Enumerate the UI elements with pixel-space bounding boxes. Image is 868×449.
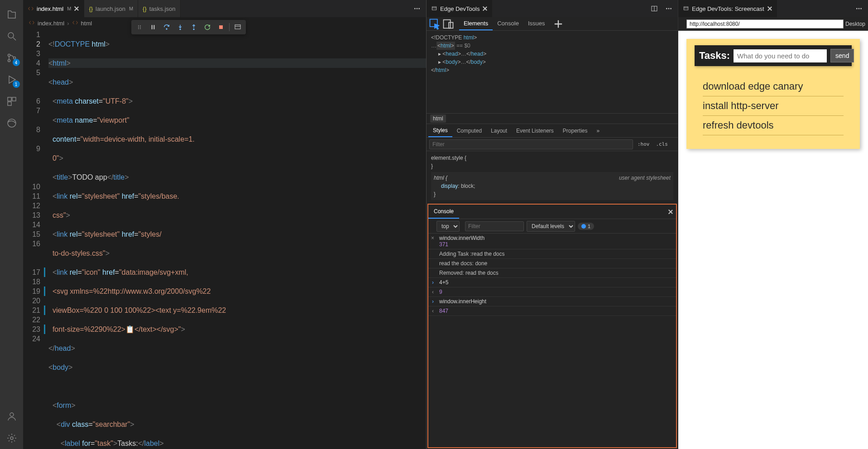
svg-rect-25	[235, 25, 240, 29]
line-gutter: 1 2 3 4 5 6 7 8 9 10 11 12 13 14 15 16 1…	[23, 29, 48, 449]
send-button[interactable]	[830, 49, 854, 62]
svg-point-0	[8, 33, 14, 38]
svg-rect-26	[432, 7, 436, 10]
task-item[interactable]: refresh devtools	[703, 116, 844, 135]
more-tabs-icon[interactable]: »	[592, 125, 604, 137]
svg-point-9	[10, 437, 13, 439]
svg-point-15	[138, 27, 139, 28]
inspect-element-icon[interactable]	[428, 19, 441, 29]
debug-badge: 1	[13, 81, 20, 88]
split-editor-icon[interactable]	[648, 2, 661, 15]
extensions-icon[interactable]	[1, 91, 23, 112]
tab-elements[interactable]: Elements	[459, 17, 493, 30]
svg-point-40	[856, 8, 857, 9]
tab-launch-json[interactable]: {} launch.json M	[84, 0, 138, 17]
svg-rect-24	[219, 25, 223, 29]
viewport-mode[interactable]: Desktop	[845, 21, 865, 27]
svg-rect-32	[444, 19, 451, 28]
plus-icon[interactable]	[552, 19, 565, 29]
svg-point-28	[666, 8, 667, 9]
screencast-viewport[interactable]: Tasks: download edge canary install http…	[678, 31, 868, 449]
devtools-tab[interactable]: Edge DevTools	[427, 0, 492, 17]
close-icon[interactable]	[767, 6, 772, 11]
issues-pill[interactable]: 1	[578, 223, 594, 230]
clear-entry-icon[interactable]: ×	[431, 235, 434, 241]
svg-point-29	[668, 8, 669, 9]
dom-tree[interactable]: <!DOCTYPE html> …<html> == $0 ▸ <head>…<…	[427, 31, 678, 113]
svg-point-11	[417, 8, 417, 9]
more-actions-icon[interactable]	[411, 2, 423, 15]
tab-index-html[interactable]: index.html M	[23, 0, 84, 17]
task-input[interactable]	[734, 49, 827, 62]
svg-point-7	[8, 119, 16, 127]
tasks-list: download edge canary install http-server…	[686, 74, 860, 138]
task-item[interactable]: download edge canary	[703, 77, 844, 96]
console-log[interactable]: ×window.innerWidth371 Adding Task :read …	[428, 234, 676, 447]
svg-point-42	[861, 8, 862, 9]
svg-rect-4	[8, 97, 11, 101]
styles-filter-row: :hov .cls	[427, 138, 678, 151]
device-toolbar-icon[interactable]	[442, 19, 455, 29]
styles-filter-input[interactable]	[429, 139, 633, 149]
svg-point-16	[140, 27, 141, 28]
edge-icon[interactable]	[1, 112, 23, 134]
devtools-toolbar: Elements Console Issues	[427, 17, 678, 31]
svg-point-1	[8, 54, 10, 57]
settings-gear-icon[interactable]	[1, 427, 23, 449]
tab-computed[interactable]: Computed	[452, 125, 486, 137]
log-levels-select[interactable]: Default levels	[527, 221, 575, 232]
console-drawer-tab[interactable]: Console	[428, 205, 459, 219]
editor-group: index.html M {} launch.json M {} tasks.j…	[23, 0, 426, 449]
svg-point-2	[8, 60, 10, 62]
devtools-pane: Edge DevTools Elements Console Issues <!…	[427, 0, 678, 449]
code-body[interactable]: <!DOCTYPE html> <html> <head> <meta char…	[48, 29, 426, 449]
svg-point-8	[10, 413, 14, 416]
editor-tab-bar: index.html M {} launch.json M {} tasks.j…	[23, 0, 426, 17]
url-input[interactable]	[686, 19, 844, 29]
tasks-label: Tasks:	[699, 50, 730, 62]
dom-breadcrumb[interactable]: html	[427, 113, 678, 124]
tab-layout[interactable]: Layout	[486, 125, 512, 137]
tab-event-listeners[interactable]: Event Listeners	[512, 125, 558, 137]
svg-point-30	[671, 8, 671, 9]
more-actions-icon[interactable]	[853, 2, 865, 15]
search-icon[interactable]	[1, 25, 23, 47]
context-select[interactable]: top	[436, 221, 460, 232]
code-editor[interactable]: 1 2 3 4 5 6 7 8 9 10 11 12 13 14 15 16 1…	[23, 29, 426, 449]
console-drawer: Console top Default levels 1 ×window.inn…	[427, 204, 677, 448]
close-icon[interactable]	[482, 6, 488, 11]
task-searchbar: Tasks:	[695, 45, 852, 66]
more-actions-icon[interactable]	[662, 2, 675, 15]
todo-app: Tasks: download edge canary install http…	[686, 39, 860, 149]
close-icon[interactable]	[668, 209, 673, 215]
hov-toggle[interactable]: :hov	[636, 140, 652, 148]
activity-bar: 4 1	[0, 0, 23, 449]
tab-styles[interactable]: Styles	[428, 124, 452, 137]
svg-point-10	[414, 8, 415, 9]
explorer-icon[interactable]	[1, 4, 23, 25]
tab-tasks-json[interactable]: {} tasks.json	[138, 0, 181, 17]
screencast-tab-row: Edge DevTools: Screencast	[678, 0, 868, 17]
svg-rect-33	[449, 22, 453, 28]
console-toolbar: top Default levels 1	[428, 219, 676, 234]
styles-panel[interactable]: element.style { } html { display: block;…	[427, 151, 678, 203]
task-item[interactable]: install http-server	[703, 96, 844, 116]
cls-toggle[interactable]: .cls	[654, 140, 670, 148]
run-debug-icon[interactable]: 1	[1, 69, 23, 91]
svg-point-41	[858, 8, 859, 9]
svg-rect-39	[684, 7, 688, 10]
source-control-icon[interactable]: 4	[1, 47, 23, 69]
svg-point-14	[140, 25, 141, 26]
devtools-tab-row: Edge DevTools	[427, 0, 678, 17]
close-icon[interactable]	[74, 6, 79, 11]
console-filter-input[interactable]	[465, 221, 524, 231]
tab-console[interactable]: Console	[493, 17, 523, 30]
svg-rect-6	[8, 102, 11, 105]
screencast-tab[interactable]: Edge DevTools: Screencast	[678, 0, 777, 17]
svg-point-12	[419, 8, 420, 9]
scm-badge: 4	[13, 59, 20, 66]
tab-properties[interactable]: Properties	[558, 125, 592, 137]
svg-point-13	[138, 25, 139, 26]
account-icon[interactable]	[1, 406, 23, 427]
tab-issues[interactable]: Issues	[523, 17, 550, 30]
